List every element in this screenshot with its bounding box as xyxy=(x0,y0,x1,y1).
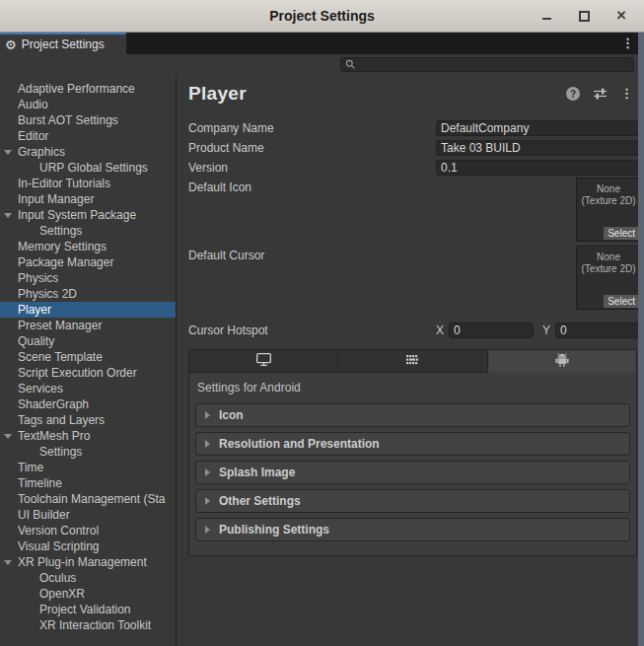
company-name-label: Company Name xyxy=(188,121,436,135)
sidebar-item-physics[interactable]: Physics xyxy=(0,270,176,286)
window-controls: ✕ xyxy=(539,0,628,32)
sidebar-item-player[interactable]: Player xyxy=(0,302,176,318)
sidebar-item-version-control[interactable]: Version Control xyxy=(0,523,176,538)
sidebar-item-editor[interactable]: Editor xyxy=(0,128,176,144)
hotspot-y-input[interactable] xyxy=(555,323,641,338)
company-name-input[interactable] xyxy=(436,120,641,136)
sidebar-item-input-system-package[interactable]: Input System Package xyxy=(0,207,176,223)
project-settings-window: Project Settings ✕ ⚙ Project Settings ⋮ xyxy=(0,0,644,646)
sidebar-item-label: XR Plug-in Management xyxy=(18,555,147,569)
sidebar-item-xr-interaction-toolkit[interactable]: XR Interaction Toolkit xyxy=(0,617,176,633)
sidebar-item-time[interactable]: Time xyxy=(0,460,176,475)
sidebar-item-toolchain-management-sta[interactable]: Toolchain Management (Sta xyxy=(0,491,176,507)
default-icon-label: Default Icon xyxy=(188,178,436,194)
close-button[interactable]: ✕ xyxy=(614,9,628,23)
section-splash-image[interactable]: Splash Image xyxy=(195,461,630,484)
sidebar-item-label: Oculus xyxy=(39,571,76,585)
sidebar-item-physics-2d[interactable]: Physics 2D xyxy=(0,286,176,302)
sidebar-item-burst-aot-settings[interactable]: Burst AOT Settings xyxy=(0,112,176,128)
default-cursor-row: Default CursorNone(Texture 2D)Select xyxy=(188,246,641,314)
platform-tab-server[interactable] xyxy=(338,350,487,373)
panel-kebab-icon[interactable]: ⋮ xyxy=(620,87,633,101)
platform-tab-desktop[interactable] xyxy=(189,350,338,373)
section-resolution-and-presentation[interactable]: Resolution and Presentation xyxy=(195,432,630,456)
sidebar-item-in-editor-tutorials[interactable]: In-Editor Tutorials xyxy=(0,176,176,191)
tab-project-settings[interactable]: ⚙ Project Settings xyxy=(0,33,126,54)
platform-settings-box: Settings for Android IconResolution and … xyxy=(188,349,637,556)
sidebar-item-package-manager[interactable]: Package Manager xyxy=(0,254,176,270)
sidebar-item-textmesh-pro[interactable]: TextMesh Pro xyxy=(0,428,176,444)
preset-icon[interactable] xyxy=(593,87,608,101)
sidebar-item-oculus[interactable]: Oculus xyxy=(0,570,176,586)
sidebar-item-adaptive-performance[interactable]: Adaptive Performance xyxy=(0,81,176,97)
section-other-settings[interactable]: Other Settings xyxy=(195,489,630,513)
select-button[interactable]: Select xyxy=(604,295,639,308)
window-titlebar: Project Settings ✕ xyxy=(0,0,644,33)
sidebar-item-ui-builder[interactable]: UI Builder xyxy=(0,507,176,523)
sidebar-item-tags-and-layers[interactable]: Tags and Layers xyxy=(0,412,176,428)
foldout-expanded-icon[interactable] xyxy=(4,434,12,439)
product-name-row: Product Name xyxy=(188,138,641,158)
sidebar-item-label: ShaderGraph xyxy=(18,397,89,411)
sidebar-item-memory-settings[interactable]: Memory Settings xyxy=(0,239,176,254)
default-cursor-label: Default Cursor xyxy=(188,246,436,262)
default-icon-object-picker[interactable]: None(Texture 2D)Select xyxy=(576,178,641,242)
picker-value: None(Texture 2D) xyxy=(577,247,640,275)
maximize-button[interactable] xyxy=(577,9,591,23)
foldout-expanded-icon[interactable] xyxy=(4,213,12,218)
sidebar-item-label: Version Control xyxy=(18,524,99,538)
section-icon[interactable]: Icon xyxy=(195,403,630,427)
toolbar xyxy=(0,54,644,76)
android-icon xyxy=(554,352,570,370)
sidebar-item-settings[interactable]: Settings xyxy=(0,223,176,239)
select-button[interactable]: Select xyxy=(604,227,639,240)
section-publishing-settings[interactable]: Publishing Settings xyxy=(195,518,630,541)
sidebar-item-settings[interactable]: Settings xyxy=(0,444,176,460)
sidebar-item-openxr[interactable]: OpenXR xyxy=(0,586,176,602)
product-name-input[interactable] xyxy=(436,140,641,156)
sidebar-item-input-manager[interactable]: Input Manager xyxy=(0,191,176,207)
sidebar-item-audio[interactable]: Audio xyxy=(0,97,176,112)
foldout-expanded-icon[interactable] xyxy=(4,560,12,565)
help-icon[interactable]: ? xyxy=(566,87,580,101)
sidebar-item-graphics[interactable]: Graphics xyxy=(0,144,176,160)
sidebar-item-xr-plug-in-management[interactable]: XR Plug-in Management xyxy=(0,554,176,570)
section-label: Resolution and Presentation xyxy=(219,437,380,451)
foldout-expanded-icon[interactable] xyxy=(4,150,12,155)
cursor-hotspot-label: Cursor Hotspot xyxy=(188,323,436,337)
sidebar-item-label: Settings xyxy=(39,445,82,459)
foldout-collapsed-icon xyxy=(205,468,210,476)
platform-tab-android[interactable] xyxy=(488,350,636,373)
sidebar-item-project-validation[interactable]: Project Validation xyxy=(0,602,176,617)
hotspot-x-label: X xyxy=(436,323,444,337)
default-cursor-object-picker[interactable]: None(Texture 2D)Select xyxy=(576,246,641,310)
sidebar-item-scene-template[interactable]: Scene Template xyxy=(0,349,176,365)
sidebar-item-timeline[interactable]: Timeline xyxy=(0,475,176,491)
hotspot-x-input[interactable] xyxy=(449,323,534,338)
sidebar-item-services[interactable]: Services xyxy=(0,381,176,396)
tab-label: Project Settings xyxy=(22,37,105,51)
sidebar-item-label: XR Interaction Toolkit xyxy=(39,618,151,632)
search-box[interactable] xyxy=(340,57,634,72)
sidebar-item-preset-manager[interactable]: Preset Manager xyxy=(0,318,176,333)
texture-pickers: Default IconNone(Texture 2D)SelectDefaul… xyxy=(188,178,641,314)
minimize-button[interactable] xyxy=(539,9,553,23)
sidebar-item-label: Physics 2D xyxy=(18,287,77,301)
version-label: Version xyxy=(188,161,436,175)
sidebar-item-shadergraph[interactable]: ShaderGraph xyxy=(0,396,176,412)
foldout-collapsed-icon xyxy=(205,440,210,448)
sidebar-item-label: OpenXR xyxy=(39,587,85,601)
sidebar-item-urp-global-settings[interactable]: URP Global Settings xyxy=(0,160,176,176)
section-label: Other Settings xyxy=(219,494,301,508)
sidebar-item-label: Project Validation xyxy=(39,603,131,616)
sidebar-item-label: In-Editor Tutorials xyxy=(18,177,110,190)
sidebar-item-visual-scripting[interactable]: Visual Scripting xyxy=(0,538,176,554)
sidebar-item-label: Audio xyxy=(18,98,48,111)
sidebar-item-script-execution-order[interactable]: Script Execution Order xyxy=(0,365,176,381)
sidebar-item-quality[interactable]: Quality xyxy=(0,333,176,349)
sidebar-item-label: Visual Scripting xyxy=(18,539,100,553)
search-input[interactable] xyxy=(356,57,633,72)
platform-tabs xyxy=(189,350,636,373)
tabstrip-kebab-icon[interactable]: ⋮ xyxy=(621,36,634,50)
version-input[interactable] xyxy=(436,160,641,176)
